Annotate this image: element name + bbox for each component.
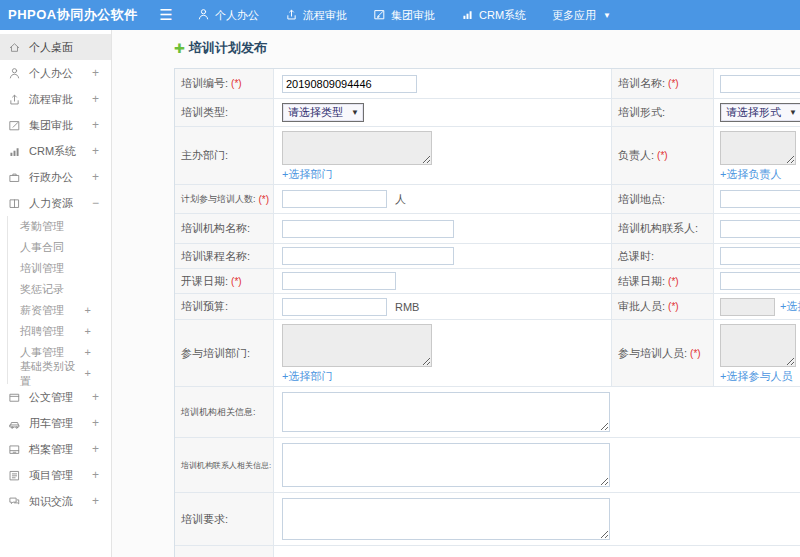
approver-input[interactable] bbox=[720, 298, 775, 316]
sidebar-item-vehicle[interactable]: 用车管理 + bbox=[0, 410, 111, 436]
org-contact-info-textarea[interactable] bbox=[282, 443, 610, 487]
field-label: 培训要求: bbox=[181, 512, 228, 527]
expand-icon[interactable]: + bbox=[92, 145, 99, 157]
expand-icon[interactable]: + bbox=[85, 347, 91, 358]
org-name-input[interactable] bbox=[282, 220, 454, 238]
budget-input[interactable] bbox=[282, 298, 387, 316]
select-participants-link[interactable]: +选择参与人员 bbox=[720, 369, 792, 384]
field-label: 培训地点: bbox=[618, 192, 665, 207]
field-label: 结课日期: bbox=[618, 274, 665, 289]
sidebar-subitem-hr-contract[interactable]: 人事合同 bbox=[8, 237, 111, 258]
sidebar-subitem-rewards[interactable]: 奖惩记录 bbox=[8, 279, 111, 300]
form-row: 培训预算: RMB 审批人员:(*) +选择审批人员 bbox=[175, 294, 800, 320]
field-label: 培训形式: bbox=[618, 105, 665, 120]
select-approver-link[interactable]: +选择审批人员 bbox=[780, 299, 800, 314]
org-contact-input[interactable] bbox=[720, 220, 800, 238]
expand-icon[interactable]: + bbox=[92, 469, 99, 481]
sidebar-subitem-salary[interactable]: 薪资管理 + bbox=[8, 300, 111, 321]
form-row: 培训类型: 请选择类型 ▼ 培训形式: 请选择形式 ▼ bbox=[175, 99, 800, 127]
field-label: 总课时: bbox=[618, 249, 654, 264]
main-nav: 个人办公 流程审批 集团审批 CRM系统 更多应用 ▼ bbox=[184, 0, 624, 30]
expand-icon[interactable]: + bbox=[92, 443, 99, 455]
expand-icon[interactable]: + bbox=[92, 93, 99, 105]
sidebar-item-personal-office[interactable]: 个人办公 + bbox=[0, 60, 111, 86]
sidebar-item-crm[interactable]: CRM系统 + bbox=[0, 138, 111, 164]
nav-item-workflow-approval[interactable]: 流程审批 bbox=[272, 0, 360, 30]
sidebar-item-personal-desktop[interactable]: 个人桌面 bbox=[0, 34, 111, 60]
archive-icon bbox=[8, 443, 21, 456]
select-caret-icon: ▼ bbox=[789, 108, 797, 117]
field-label: 主办部门: bbox=[181, 148, 228, 163]
form-row: 参与培训部门: +选择部门 参与培训人员:(*) +选择参与人员 bbox=[175, 320, 800, 387]
select-dept-link[interactable]: +选择部门 bbox=[282, 369, 332, 384]
sidebar-subitem-attendance[interactable]: 考勤管理 bbox=[8, 216, 111, 237]
sidebar-item-workflow-approval[interactable]: 流程审批 + bbox=[0, 86, 111, 112]
field-label: 参与培训人员: bbox=[618, 346, 687, 361]
join-dept-textarea[interactable] bbox=[282, 324, 432, 367]
expand-icon[interactable]: + bbox=[92, 119, 99, 131]
sidebar-item-group-approval[interactable]: 集团审批 + bbox=[0, 112, 111, 138]
expand-icon[interactable]: + bbox=[92, 171, 99, 183]
collapse-icon[interactable]: − bbox=[92, 197, 99, 209]
user-icon bbox=[8, 67, 21, 80]
start-date-input[interactable] bbox=[282, 272, 396, 290]
nav-item-crm[interactable]: CRM系统 bbox=[448, 0, 539, 30]
org-info-textarea[interactable] bbox=[282, 392, 610, 432]
expand-icon[interactable]: + bbox=[92, 391, 99, 403]
nav-item-more-apps[interactable]: 更多应用 ▼ bbox=[539, 0, 624, 30]
form-row: 培训机构联系人相关信息: bbox=[175, 438, 800, 493]
field-label: 培训机构名称: bbox=[181, 221, 250, 236]
nav-item-group-approval[interactable]: 集团审批 bbox=[360, 0, 448, 30]
sidebar-subitem-recruit[interactable]: 招聘管理 + bbox=[8, 321, 111, 342]
select-caret-icon: ▼ bbox=[351, 108, 359, 117]
trainee-count-input[interactable] bbox=[282, 190, 387, 208]
expand-icon[interactable]: + bbox=[92, 417, 99, 429]
share-icon bbox=[285, 8, 298, 23]
sidebar: 个人桌面 个人办公 + 流程审批 + 集团审批 + CRM系统 + 行政办公 +… bbox=[0, 30, 112, 557]
leader-textarea[interactable] bbox=[720, 131, 796, 165]
expand-icon[interactable]: + bbox=[85, 326, 91, 337]
sidebar-item-admin-office[interactable]: 行政办公 + bbox=[0, 164, 111, 190]
form-row: 培训机构相关信息: bbox=[175, 387, 800, 438]
select-leader-link[interactable]: +选择负责人 bbox=[720, 167, 781, 182]
caret-down-icon: ▼ bbox=[603, 11, 611, 20]
training-plan-form: 培训编号:(*) 培训名称:(*) 培训类型: 请选择类型 ▼ 培训形式: 请选… bbox=[174, 68, 800, 557]
field-label: 负责人: bbox=[618, 148, 654, 163]
end-date-input[interactable] bbox=[720, 272, 800, 290]
join-people-textarea[interactable] bbox=[720, 324, 796, 367]
training-requirement-textarea[interactable] bbox=[282, 498, 610, 540]
total-hours-input[interactable] bbox=[720, 247, 800, 265]
sidebar-item-hr[interactable]: 人力资源 − bbox=[0, 190, 111, 216]
book-icon bbox=[8, 197, 21, 210]
edit-icon bbox=[373, 8, 386, 23]
training-mode-select[interactable]: 请选择形式 ▼ bbox=[720, 103, 800, 122]
training-type-select[interactable]: 请选择类型 ▼ bbox=[282, 103, 364, 122]
expand-icon[interactable]: + bbox=[92, 495, 99, 507]
expand-icon[interactable]: + bbox=[92, 67, 99, 79]
expand-icon[interactable]: + bbox=[85, 305, 91, 316]
sidebar-item-knowledge[interactable]: 知识交流 + bbox=[0, 488, 111, 514]
course-name-input[interactable] bbox=[282, 247, 454, 265]
training-location-input[interactable] bbox=[720, 190, 800, 208]
main-content: ✚ 培训计划发布 培训编号:(*) 培训名称:(*) 培训类型: 请选择类型 ▼… bbox=[112, 30, 800, 557]
training-name-input[interactable] bbox=[720, 75, 800, 93]
page-title: ✚ 培训计划发布 bbox=[174, 39, 267, 57]
expand-icon[interactable]: + bbox=[85, 368, 91, 379]
document-icon bbox=[8, 391, 21, 404]
field-label: 培训机构联系人: bbox=[618, 221, 698, 236]
sidebar-item-projects[interactable]: 项目管理 + bbox=[0, 462, 111, 488]
form-row: 培训要求: bbox=[175, 493, 800, 546]
training-no-input[interactable] bbox=[282, 75, 417, 93]
sidebar-subitem-base-category[interactable]: 基础类别设置 + bbox=[8, 363, 111, 384]
sidebar-item-archives[interactable]: 档案管理 + bbox=[0, 436, 111, 462]
app-logo: PHPOA协同办公软件 bbox=[8, 6, 148, 24]
form-row: 培训课程名称: 总课时: bbox=[175, 244, 800, 269]
select-dept-link[interactable]: +选择部门 bbox=[282, 167, 332, 182]
sidebar-subitem-training[interactable]: 培训管理 bbox=[8, 258, 111, 279]
top-navbar: PHPOA协同办公软件 ☰ 个人办公 流程审批 集团审批 CRM系统 更多应用 … bbox=[0, 0, 800, 30]
host-dept-textarea[interactable] bbox=[282, 131, 432, 165]
add-plus-icon: ✚ bbox=[174, 42, 185, 55]
home-icon bbox=[8, 41, 21, 54]
nav-item-personal-office[interactable]: 个人办公 bbox=[184, 0, 272, 30]
hamburger-menu-icon[interactable]: ☰ bbox=[148, 0, 184, 30]
